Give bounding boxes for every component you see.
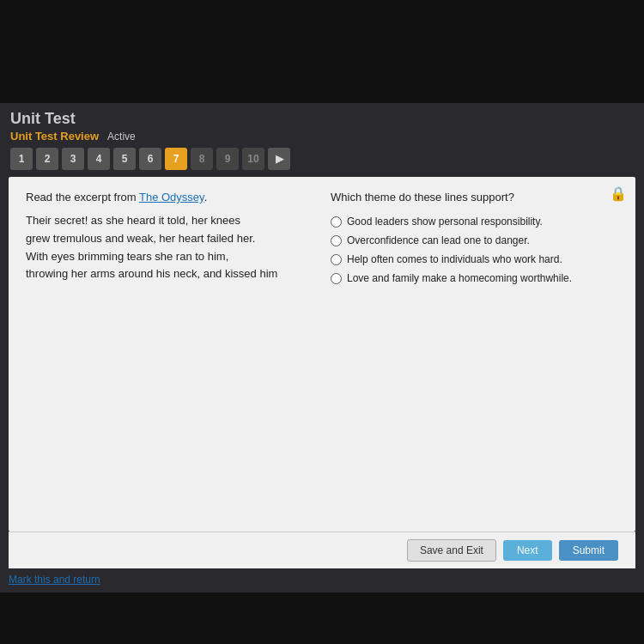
radio-2[interactable] (331, 235, 342, 246)
left-panel: Read the excerpt from The Odyssey. Their… (26, 191, 313, 518)
page-btn-9[interactable]: 9 (216, 148, 239, 170)
right-panel: Which theme do these lines support? Good… (331, 191, 618, 518)
option-1-text: Good leaders show personal responsibilit… (347, 216, 543, 228)
unit-test-subtitle: Unit Test Review (10, 130, 99, 143)
page-title: Unit Test (10, 110, 634, 128)
excerpt-text: Their secret! as she heard it told, her … (26, 212, 313, 283)
answer-option-2[interactable]: Overconfidence can lead one to danger. (331, 234, 618, 246)
content-area: 🔒 Read the excerpt from The Odyssey. The… (9, 177, 635, 532)
mark-return-link[interactable]: Mark this and return (9, 574, 635, 586)
page-btn-10[interactable]: 10 (242, 148, 264, 170)
excerpt-period: . (204, 191, 208, 204)
page-btn-8[interactable]: 8 (191, 148, 213, 170)
option-3-text: Help often comes to individuals who work… (347, 253, 562, 265)
active-badge: Active (107, 131, 136, 143)
option-2-text: Overconfidence can lead one to danger. (347, 234, 530, 246)
page-btn-4[interactable]: 4 (88, 148, 110, 170)
page-next-arrow[interactable]: ▶ (268, 148, 290, 170)
radio-3[interactable] (331, 254, 342, 265)
submit-button[interactable]: Submit (559, 540, 618, 561)
answer-option-4[interactable]: Love and family make a homecoming worthw… (331, 272, 618, 284)
lock-icon: 🔒 (610, 185, 627, 202)
page-btn-1[interactable]: 1 (10, 148, 33, 170)
option-4-text: Love and family make a homecoming worthw… (347, 272, 572, 284)
excerpt-link[interactable]: The Odyssey (139, 191, 204, 204)
excerpt-intro-text: Read the excerpt from (26, 191, 139, 204)
page-btn-3[interactable]: 3 (62, 148, 84, 170)
bottom-bar: Save and Exit Next Submit (9, 532, 635, 568)
next-button[interactable]: Next (503, 540, 552, 561)
pagination-row: 1 2 3 4 5 6 7 8 9 10 ▶ (10, 148, 634, 170)
page-btn-5[interactable]: 5 (113, 148, 136, 170)
answer-option-3[interactable]: Help often comes to individuals who work… (331, 253, 618, 265)
page-btn-6[interactable]: 6 (139, 148, 161, 170)
question-text: Which theme do these lines support? (331, 191, 618, 204)
page-btn-2[interactable]: 2 (36, 148, 58, 170)
excerpt-intro: Read the excerpt from The Odyssey. (26, 191, 313, 204)
save-exit-button[interactable]: Save and Exit (407, 539, 496, 562)
radio-1[interactable] (331, 216, 342, 228)
radio-4[interactable] (331, 273, 342, 284)
page-btn-7[interactable]: 7 (165, 148, 187, 170)
answer-option-1[interactable]: Good leaders show personal responsibilit… (331, 216, 618, 228)
